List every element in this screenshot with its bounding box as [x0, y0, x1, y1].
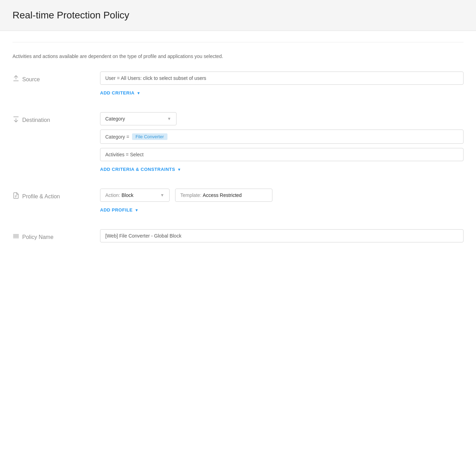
- category-select-value: Category: [105, 116, 125, 122]
- page-title: Real-time Protection Policy: [13, 10, 463, 21]
- template-label: Template:: [180, 192, 202, 198]
- page-header: Real-time Protection Policy: [0, 0, 476, 31]
- action-label: Action:: [105, 192, 120, 198]
- policy-name-text: Policy Name: [22, 234, 54, 240]
- policy-name-controls: [100, 229, 463, 242]
- destination-icon: [13, 116, 19, 124]
- activities-field-value: Activities = Select: [105, 152, 143, 157]
- destination-activities-field[interactable]: Activities = Select: [100, 148, 463, 161]
- page-content: Activities and actions available are dep…: [0, 31, 476, 270]
- policy-name-label: Policy Name: [13, 229, 89, 241]
- policy-name-icon: [13, 233, 19, 241]
- destination-category-field[interactable]: Category = File Converter: [100, 130, 463, 144]
- template-field[interactable]: Template: Access Restricted: [175, 189, 272, 202]
- profile-action-row: Action: Block ▼ Template: Access Restric…: [100, 189, 463, 202]
- destination-add-criteria-constraints-arrow: ▼: [177, 167, 181, 172]
- divider: [13, 42, 463, 42]
- action-select-text: Action: Block: [105, 192, 133, 198]
- action-select-arrow: ▼: [160, 193, 164, 198]
- profile-action-icon: [13, 192, 19, 201]
- source-label: Source: [13, 72, 89, 84]
- template-value: Access Restricted: [203, 192, 242, 198]
- policy-name-input[interactable]: [100, 229, 463, 242]
- destination-category-select[interactable]: Category ▼: [100, 112, 177, 125]
- category-tag[interactable]: File Converter: [132, 133, 167, 140]
- profile-action-section: Profile & Action Action: Block ▼ Templat…: [13, 189, 463, 213]
- destination-add-criteria-constraints-button[interactable]: ADD CRITERIA & CONSTRAINTS ▼: [100, 167, 463, 172]
- source-add-criteria-arrow: ▼: [137, 91, 140, 95]
- source-controls: User = All Users: click to select subset…: [100, 72, 463, 96]
- add-profile-arrow: ▼: [135, 208, 139, 212]
- source-text: Source: [22, 76, 40, 83]
- action-value: Block: [122, 192, 133, 198]
- profile-action-label: Profile & Action: [13, 189, 89, 201]
- destination-controls: Category ▼ Category = File Converter Act…: [100, 112, 463, 172]
- source-section: Source User = All Users: click to select…: [13, 72, 463, 96]
- source-user-field[interactable]: User = All Users: click to select subset…: [100, 72, 463, 85]
- category-select-arrow: ▼: [167, 116, 171, 121]
- action-select-field[interactable]: Action: Block ▼: [100, 189, 170, 202]
- destination-section: Destination Category ▼ Category = File C…: [13, 112, 463, 172]
- destination-text: Destination: [22, 117, 50, 123]
- source-icon: [13, 75, 19, 84]
- add-profile-button[interactable]: ADD PROFILE ▼: [100, 207, 463, 213]
- page-subtitle: Activities and actions available are dep…: [13, 53, 463, 59]
- policy-name-section: Policy Name: [13, 229, 463, 242]
- source-add-criteria-button[interactable]: ADD CRITERIA ▼: [100, 90, 463, 96]
- destination-label: Destination: [13, 112, 89, 124]
- category-field-label: Category =: [105, 134, 129, 140]
- profile-action-controls: Action: Block ▼ Template: Access Restric…: [100, 189, 463, 213]
- profile-action-text: Profile & Action: [22, 193, 60, 200]
